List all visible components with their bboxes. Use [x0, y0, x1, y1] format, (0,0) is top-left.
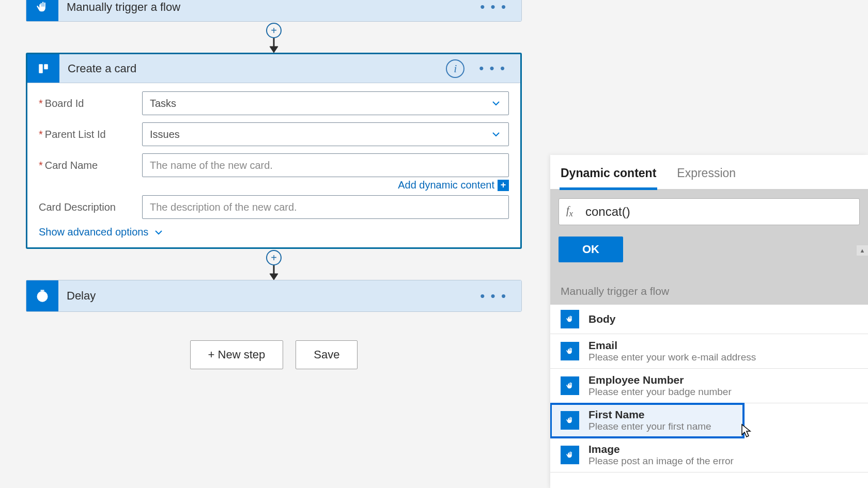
expression-panel: Dynamic content Expression fx concat() O… [550, 155, 868, 488]
delay-title: Delay [58, 289, 480, 303]
scroll-up-icon[interactable]: ▲ [857, 245, 868, 256]
plus-icon: + [498, 180, 509, 191]
step-create-card[interactable]: Create a card i • • • *Board Id Tasks *P… [26, 53, 522, 249]
more-icon[interactable]: • • • [479, 60, 506, 76]
svg-rect-4 [44, 64, 48, 69]
tab-expression[interactable]: Expression [676, 160, 737, 189]
add-step-button[interactable]: + [266, 250, 282, 265]
chevron-down-icon [491, 98, 501, 108]
board-id-label: *Board Id [39, 98, 142, 109]
chevron-down-icon [491, 129, 501, 139]
hand-icon [561, 310, 579, 328]
step-trigger[interactable]: Manually trigger a flow • • • [26, 0, 522, 22]
ok-button[interactable]: OK [559, 237, 623, 262]
chevron-down-icon [153, 227, 164, 238]
more-icon[interactable]: • • • [480, 0, 507, 15]
svg-marker-1 [270, 46, 278, 53]
connector-arrow-icon [269, 263, 279, 280]
save-button[interactable]: Save [296, 340, 358, 369]
clock-icon [26, 280, 58, 311]
create-card-title: Create a card [59, 62, 446, 75]
parent-list-label: *Parent List Id [39, 129, 142, 140]
dynamic-item-employee-number[interactable]: Employee NumberPlease enter your badge n… [550, 369, 868, 403]
svg-rect-3 [39, 64, 43, 73]
hand-icon [561, 411, 579, 430]
card-desc-input[interactable]: The description of the new card. [142, 195, 509, 219]
svg-marker-6 [270, 274, 278, 280]
add-step-button[interactable]: + [266, 23, 282, 38]
hand-icon [26, 0, 58, 21]
info-icon[interactable]: i [446, 59, 464, 78]
hand-icon [561, 446, 579, 464]
fx-icon: fx [566, 204, 573, 219]
mouse-cursor-icon [740, 423, 753, 438]
trigger-title: Manually trigger a flow [58, 1, 480, 14]
dynamic-group-title: Manually trigger a flow [550, 278, 868, 305]
connector-arrow-icon [269, 36, 279, 53]
dynamic-item-email[interactable]: EmailPlease enter your work e-mail addre… [550, 334, 868, 369]
new-step-button[interactable]: + New step [190, 340, 284, 369]
dynamic-item-image[interactable]: ImagePlease post an image of the error [550, 438, 868, 473]
hand-icon [561, 376, 579, 395]
dynamic-item-first-name[interactable]: First NamePlease enter your first name [550, 403, 744, 438]
parent-list-select[interactable]: Issues [142, 122, 509, 146]
card-name-label: *Card Name [39, 160, 142, 171]
hand-icon [561, 342, 579, 360]
board-id-select[interactable]: Tasks [142, 91, 509, 115]
dynamic-item-body[interactable]: Body [550, 305, 868, 334]
card-desc-label: Card Description [39, 201, 142, 213]
add-dynamic-content-button[interactable]: Add dynamic content + [398, 179, 509, 191]
step-delay[interactable]: Delay • • • [26, 280, 522, 312]
tab-dynamic-content[interactable]: Dynamic content [560, 160, 657, 190]
expression-input[interactable]: fx concat() [559, 198, 860, 225]
more-icon[interactable]: • • • [480, 288, 507, 304]
card-name-input[interactable]: The name of the new card. [142, 153, 509, 177]
trello-icon [27, 54, 59, 83]
show-advanced-button[interactable]: Show advanced options [39, 226, 509, 238]
